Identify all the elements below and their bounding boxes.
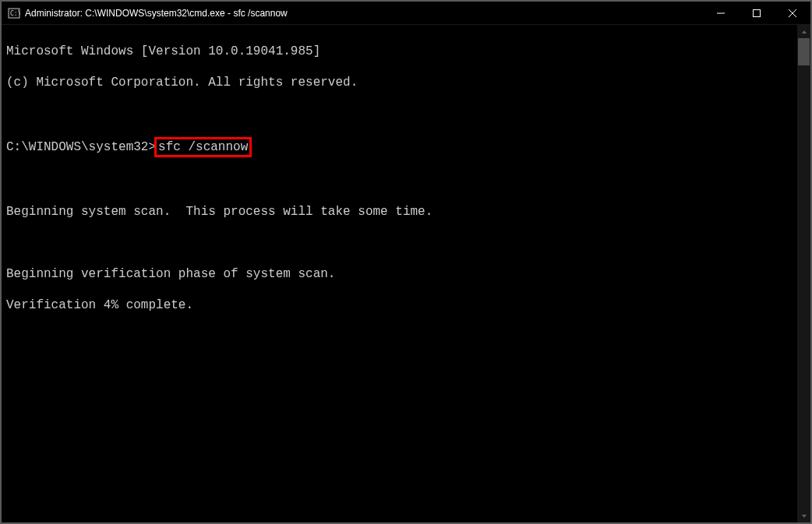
close-button[interactable] xyxy=(775,2,810,25)
console-area: Microsoft Windows [Version 10.0.19041.98… xyxy=(2,25,810,522)
output-line: Beginning system scan. This process will… xyxy=(6,204,793,220)
console-output[interactable]: Microsoft Windows [Version 10.0.19041.98… xyxy=(2,25,797,522)
scroll-up-button[interactable] xyxy=(797,25,810,38)
svg-rect-3 xyxy=(754,9,761,16)
window-controls xyxy=(703,2,810,25)
window-title: Administrator: C:\WINDOWS\system32\cmd.e… xyxy=(25,8,703,19)
titlebar[interactable]: C:\ Administrator: C:\WINDOWS\system32\c… xyxy=(2,2,810,25)
output-blank xyxy=(6,235,793,251)
output-line: Microsoft Windows [Version 10.0.19041.98… xyxy=(6,44,793,59)
prompt-text: C:\WINDOWS\system32> xyxy=(6,139,156,155)
vertical-scrollbar[interactable] xyxy=(797,25,810,522)
output-line: (c) Microsoft Corporation. All rights re… xyxy=(6,75,793,90)
output-blank xyxy=(6,173,793,188)
cmd-icon: C:\ xyxy=(8,7,20,19)
output-line: Verification 4% complete. xyxy=(6,297,793,313)
scroll-thumb[interactable] xyxy=(798,38,810,65)
svg-marker-7 xyxy=(802,515,807,518)
minimize-button[interactable] xyxy=(703,2,739,25)
maximize-button[interactable] xyxy=(739,2,775,25)
svg-text:C:\: C:\ xyxy=(10,10,20,17)
output-line: Beginning verification phase of system s… xyxy=(6,266,793,282)
command-prompt-window: C:\ Administrator: C:\WINDOWS\system32\c… xyxy=(2,2,810,522)
output-blank xyxy=(6,106,793,121)
svg-marker-6 xyxy=(802,30,807,33)
scroll-track[interactable] xyxy=(797,38,810,509)
command-text: sfc /scannow xyxy=(158,140,248,154)
scroll-down-button[interactable] xyxy=(797,509,810,522)
command-highlight: sfc /scannow xyxy=(154,137,252,157)
prompt-line: C:\WINDOWS\system32>sfc /scannow xyxy=(6,137,793,157)
